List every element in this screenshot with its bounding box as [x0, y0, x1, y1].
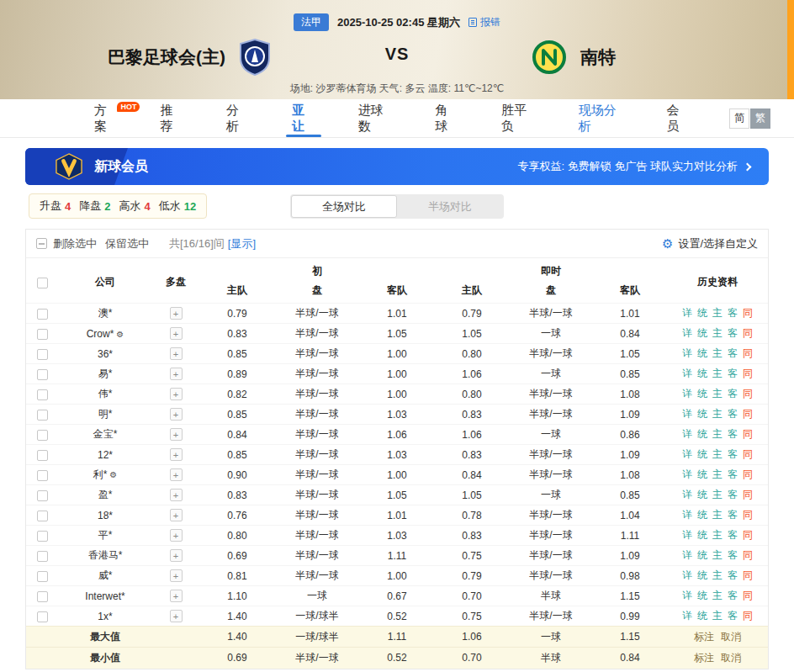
- expand-multi-button[interactable]: +: [170, 468, 183, 481]
- row-checkbox[interactable]: [37, 430, 48, 441]
- history-link[interactable]: 同: [743, 368, 753, 379]
- history-link[interactable]: 详: [682, 388, 692, 399]
- company-name[interactable]: 澳*: [98, 307, 113, 319]
- row-checkbox[interactable]: [37, 490, 48, 501]
- history-link[interactable]: 详: [682, 327, 692, 339]
- row-checkbox[interactable]: [37, 389, 48, 400]
- history-link[interactable]: 详: [682, 509, 692, 521]
- history-link[interactable]: 主: [712, 529, 723, 541]
- history-link[interactable]: 客: [728, 388, 738, 399]
- history-link[interactable]: 同: [743, 347, 753, 359]
- company-name[interactable]: 18*: [98, 510, 113, 521]
- history-link[interactable]: 主: [712, 489, 723, 500]
- row-checkbox[interactable]: [37, 410, 48, 421]
- history-link[interactable]: 详: [682, 468, 692, 480]
- nav-item[interactable]: 方案 HOT: [91, 99, 119, 137]
- history-link[interactable]: 详: [682, 408, 692, 420]
- history-link[interactable]: 统: [697, 529, 707, 541]
- history-link[interactable]: 详: [682, 448, 692, 460]
- nav-item[interactable]: 角球: [432, 99, 461, 137]
- history-link[interactable]: 客: [728, 368, 738, 379]
- history-link[interactable]: 同: [743, 428, 753, 440]
- history-link[interactable]: 同: [743, 408, 753, 420]
- history-link[interactable]: 主: [712, 549, 723, 561]
- company-name[interactable]: 利*: [93, 468, 108, 480]
- history-link[interactable]: 客: [728, 569, 738, 581]
- history-link[interactable]: 统: [697, 468, 707, 480]
- history-link[interactable]: 统: [697, 549, 707, 561]
- history-link[interactable]: 同: [743, 549, 753, 561]
- row-checkbox[interactable]: [37, 531, 48, 542]
- history-link[interactable]: 详: [682, 489, 692, 500]
- expand-multi-button[interactable]: +: [170, 509, 183, 521]
- delete-selected-button[interactable]: 删除选中: [53, 236, 97, 251]
- history-link[interactable]: 主: [712, 428, 723, 440]
- company-name[interactable]: 36*: [98, 348, 113, 360]
- history-link[interactable]: 主: [712, 468, 723, 480]
- expand-multi-button[interactable]: +: [170, 590, 183, 602]
- company-gear-icon[interactable]: ⚙: [109, 470, 117, 479]
- history-link[interactable]: 客: [728, 307, 738, 319]
- history-link[interactable]: 客: [728, 327, 738, 339]
- history-link[interactable]: 同: [743, 448, 753, 460]
- history-link[interactable]: 统: [697, 307, 707, 319]
- nav-item[interactable]: 现场分析: [575, 99, 627, 137]
- footer-action-link[interactable]: 标注: [694, 631, 714, 643]
- company-name[interactable]: 12*: [98, 449, 113, 461]
- history-link[interactable]: 客: [728, 428, 738, 440]
- history-link[interactable]: 详: [682, 549, 692, 561]
- nav-item[interactable]: 推荐: [156, 99, 185, 137]
- expand-multi-button[interactable]: +: [170, 408, 183, 421]
- history-link[interactable]: 统: [697, 590, 707, 601]
- expand-multi-button[interactable]: +: [170, 489, 183, 501]
- history-link[interactable]: 客: [728, 489, 738, 500]
- history-link[interactable]: 主: [712, 327, 723, 339]
- company-name[interactable]: 伟*: [98, 388, 113, 399]
- company-name[interactable]: 平*: [98, 529, 113, 541]
- history-link[interactable]: 主: [712, 408, 723, 420]
- history-link[interactable]: 同: [743, 388, 753, 399]
- company-gear-icon[interactable]: ⚙: [116, 330, 124, 339]
- settings-link[interactable]: 设置/选择自定义: [678, 236, 758, 251]
- company-name[interactable]: 盈*: [98, 489, 113, 500]
- row-checkbox[interactable]: [37, 571, 48, 582]
- expand-multi-button[interactable]: +: [170, 428, 183, 441]
- nav-item[interactable]: 分析: [223, 99, 251, 137]
- history-link[interactable]: 同: [743, 468, 753, 480]
- expand-multi-button[interactable]: +: [170, 448, 183, 461]
- company-name[interactable]: Crow*: [87, 328, 114, 340]
- history-link[interactable]: 客: [728, 529, 738, 541]
- lang-simplified-button[interactable]: 简: [729, 108, 749, 129]
- company-name[interactable]: 金宝*: [93, 428, 118, 440]
- row-checkbox[interactable]: [37, 450, 48, 461]
- row-checkbox[interactable]: [37, 591, 48, 602]
- history-link[interactable]: 客: [728, 549, 738, 561]
- history-link[interactable]: 详: [682, 590, 692, 601]
- history-link[interactable]: 统: [697, 368, 707, 379]
- history-link[interactable]: 详: [682, 529, 692, 541]
- expand-multi-button[interactable]: +: [170, 307, 183, 320]
- history-link[interactable]: 主: [712, 509, 723, 521]
- history-link[interactable]: 统: [697, 448, 707, 460]
- history-link[interactable]: 客: [728, 509, 738, 521]
- history-link[interactable]: 同: [743, 529, 753, 541]
- history-link[interactable]: 客: [728, 468, 738, 480]
- history-link[interactable]: 客: [728, 448, 738, 460]
- history-link[interactable]: 详: [682, 428, 692, 440]
- half-match-toggle[interactable]: 半场对比: [397, 195, 503, 218]
- history-link[interactable]: 主: [712, 569, 723, 581]
- row-checkbox[interactable]: [37, 551, 48, 562]
- nav-item[interactable]: 会员: [664, 99, 692, 137]
- history-link[interactable]: 统: [697, 489, 707, 500]
- company-name[interactable]: 易*: [98, 368, 113, 379]
- row-checkbox[interactable]: [37, 329, 48, 340]
- history-link[interactable]: 统: [697, 509, 707, 521]
- expand-multi-button[interactable]: +: [170, 529, 183, 542]
- report-error-link[interactable]: 报错: [468, 15, 500, 29]
- history-link[interactable]: 同: [743, 489, 753, 500]
- history-link[interactable]: 同: [743, 590, 753, 601]
- vip-banner[interactable]: 新球会员 专享权益: 免费解锁 免广告 球队实力对比分析: [25, 148, 769, 185]
- history-link[interactable]: 统: [697, 428, 707, 440]
- company-name[interactable]: 1x*: [98, 611, 112, 622]
- expand-multi-button[interactable]: +: [170, 388, 183, 400]
